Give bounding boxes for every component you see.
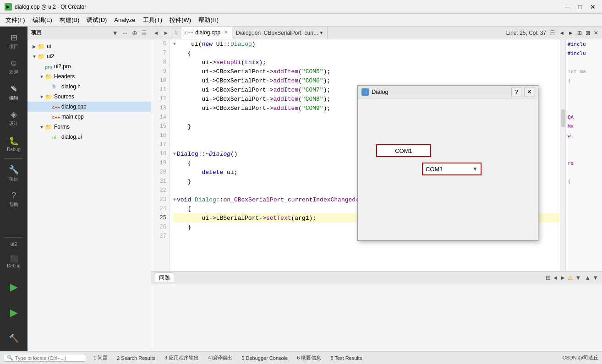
tree-item-headers[interactable]: ▼📁Headers [27, 71, 151, 81]
breadcrumb-text: Dialog::on_CBoxSerialPort_curr... [236, 30, 318, 36]
bottom-tool-next[interactable]: ► [560, 274, 566, 281]
stub-line-8: QA [566, 113, 602, 122]
menu-item-F[interactable]: 文件(F) [2, 15, 29, 25]
status-item-2[interactable]: 3 应用程序输出 [163, 353, 201, 362]
run-button[interactable]: ▶ [1, 274, 27, 300]
tree-icon-ui: 📁 [38, 43, 45, 50]
build-button[interactable]: 🔨 [1, 326, 27, 351]
tree-item-forms[interactable]: ▼📁Forms [27, 122, 151, 132]
menu-item-W[interactable]: 控件(W) [166, 15, 195, 25]
bottom-tool-down[interactable]: ▼ [592, 274, 598, 281]
menu-item-H[interactable]: 帮助(H) [195, 15, 222, 25]
status-item-3[interactable]: 4 编译输出 [206, 353, 234, 362]
nav-forward-button[interactable]: ► [161, 27, 171, 39]
dialog-combobox[interactable]: COM1 ▼ [422, 163, 482, 175]
window-title: dialog.cpp @ ui2 - Qt Creator [15, 4, 563, 10]
tree-item-dialogcpp[interactable]: c++dialog.cpp [27, 102, 151, 112]
tree-item-ui[interactable]: ▶📁ui [27, 41, 151, 51]
close-editor-icon[interactable]: ✕ [594, 30, 598, 36]
menu-item-E[interactable]: 编辑(E) [29, 15, 56, 25]
dialog-label-com1: COM1 [376, 144, 431, 157]
stub-line-5 [566, 85, 602, 94]
line-num-14: 14 [151, 113, 169, 122]
stub-line-14 [566, 168, 602, 177]
line-num-23: 23 [151, 195, 169, 204]
tree-item-dialogh[interactable]: hdialog.h [27, 81, 151, 92]
sidebar-item-debug[interactable]: 🐛 Debug [1, 131, 27, 157]
add-icon[interactable]: ⊕ [132, 29, 137, 37]
minimize-button[interactable]: ─ [563, 2, 572, 11]
tree-item-ui2pro[interactable]: proui2.pro [27, 61, 151, 71]
tab-breadcrumb[interactable]: Dialog::on_CBoxSerialPort_curr... ▼ [232, 27, 328, 39]
bottom-tool-filter[interactable]: ▼ [575, 274, 581, 281]
tree-arrow-forms[interactable]: ▼ [38, 125, 45, 130]
nav-back-button[interactable]: ◄ [151, 27, 161, 39]
dialog-close-button[interactable]: ✕ [524, 87, 534, 97]
bottom-panel: 问题 ⊞ ◄ ► ⚠ ▼ ▲ ▼ [151, 271, 602, 351]
sidebar-item-tools[interactable]: 🔧 项目 [1, 161, 27, 186]
tab-line-info: Line: 25, Col: 37 日 ◄ ► ⊞ ⊠ ✕ [503, 27, 602, 39]
tab-problems[interactable]: 问题 [155, 272, 174, 283]
bottom-toolbar: ⊞ ◄ ► ⚠ ▼ ▲ ▼ [546, 274, 598, 281]
maximize-button[interactable]: □ [575, 2, 585, 11]
nav-next-icon[interactable]: ► [568, 30, 574, 36]
tree-label-sources: Sources [54, 93, 74, 100]
collapse-arrow-23[interactable]: ▼ [173, 197, 176, 202]
split-icon[interactable]: ⊞ [577, 30, 582, 36]
editor-scrollbar[interactable] [560, 39, 565, 271]
sync-icon[interactable]: ↔ [122, 29, 128, 37]
sidebar-item-welcome[interactable]: ☺ 欢迎 [1, 54, 27, 80]
tree-arrow-ui[interactable]: ▶ [31, 44, 38, 49]
build-target-label[interactable]: ui2 [9, 239, 19, 249]
menu-item-Analyze[interactable]: Analyze [110, 16, 139, 24]
tree-arrow-ui2[interactable]: ▼ [31, 54, 38, 59]
menu-icon[interactable]: ☰ [141, 29, 147, 37]
status-item-1[interactable]: 2 Search Results [115, 354, 157, 362]
nav-prev-icon[interactable]: ◄ [559, 30, 564, 36]
menu-item-T[interactable]: 工具(T) [139, 15, 166, 25]
tab-list-button[interactable]: ≡ [171, 27, 181, 39]
tree-item-sources[interactable]: ▼📁Sources [27, 92, 151, 102]
status-item-5[interactable]: 6 概要信息 [295, 353, 323, 362]
dialog-help-button[interactable]: ? [511, 87, 521, 97]
menu-item-D[interactable]: 调试(D) [83, 15, 110, 25]
project-panel-title: 项目 [31, 29, 108, 37]
sidebar-item-debug2[interactable]: ⬛ Debug [1, 249, 27, 274]
tree-item-ui2[interactable]: ▼📁ui2 [27, 51, 151, 61]
collapse-arrow-18[interactable]: ▼ [173, 152, 176, 157]
status-item-6[interactable]: 8 Test Results [328, 354, 364, 362]
locate-input[interactable] [15, 355, 70, 361]
sidebar-item-project[interactable]: ⊞ 项目 [1, 28, 27, 54]
dialog-content: COM1 COM1 ▼ [358, 98, 538, 240]
sidebar-item-edit[interactable]: ✎ 编辑 [1, 80, 27, 105]
menu-item-B[interactable]: 构建(B) [56, 15, 83, 25]
bottom-tool-icon1[interactable]: ⊞ [546, 274, 551, 281]
status-item-0[interactable]: 1 问题 [92, 353, 109, 362]
tab-dialog-cpp[interactable]: c++ dialog.cpp ✕ [181, 27, 232, 39]
sidebar-item-design[interactable]: ◈ 设计 [1, 105, 27, 131]
scroll-thumb[interactable] [561, 109, 565, 127]
status-item-4[interactable]: 5 Debugger Console [240, 354, 290, 362]
locate-search[interactable]: 🔍 [4, 354, 86, 362]
close-button[interactable]: ✕ [588, 2, 597, 11]
bottom-tool-up[interactable]: ▲ [585, 274, 591, 281]
combo-dropdown-arrow[interactable]: ▼ [472, 166, 478, 172]
sidebar-item-label-design: 设计 [9, 120, 18, 127]
tree-arrow-headers[interactable]: ▼ [38, 74, 45, 79]
bottom-tool-warning[interactable]: ⚠ [568, 274, 573, 281]
line-num-26: 26 [151, 223, 169, 232]
line-col-text: Line: 25, Col: 37 [506, 30, 546, 36]
tree-arrow-sources[interactable]: ▼ [38, 94, 45, 99]
collapse-arrow-6[interactable]: ▼ [173, 42, 176, 47]
tree-icon-forms: 📁 [45, 124, 52, 130]
run-debug-button[interactable]: ▶ [1, 300, 27, 326]
bottom-tool-prev[interactable]: ◄ [553, 274, 558, 281]
tab-close-button[interactable]: ✕ [224, 29, 228, 35]
filter-icon[interactable]: ▼ [112, 29, 118, 37]
line-num-9: 9 [151, 67, 169, 76]
tree-label-ui2pro: ui2.pro [54, 63, 71, 70]
tree-item-maincpp[interactable]: c++main.cpp [27, 112, 151, 122]
split-icon2[interactable]: ⊠ [586, 30, 590, 36]
sidebar-item-help[interactable]: ? 帮助 [1, 186, 27, 212]
tree-item-dialogui[interactable]: uidialog.ui [27, 132, 151, 142]
